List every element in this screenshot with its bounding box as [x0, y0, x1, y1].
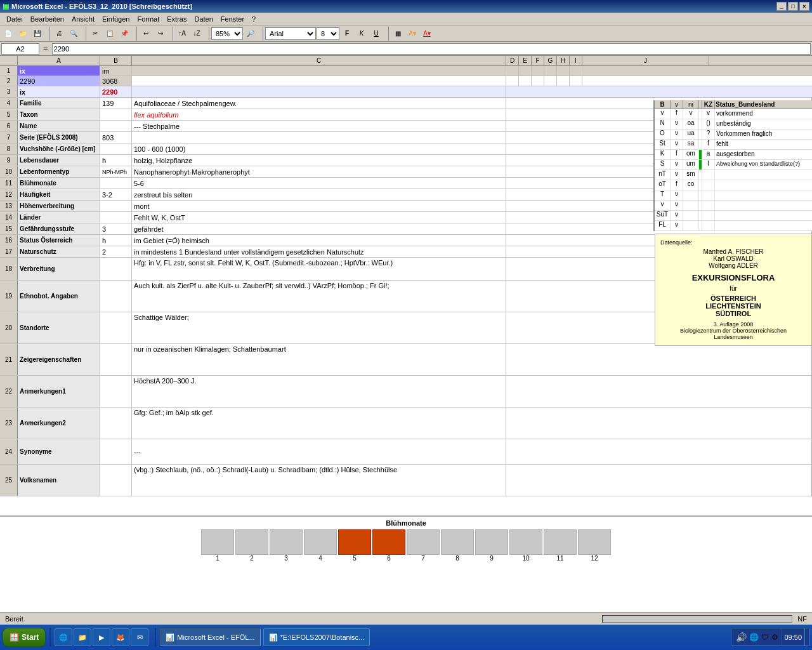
cell-lebenform-val[interactable]: Nanophanerophyt-Makrophanerophyt [132, 166, 506, 177]
cell-hohenverb-val[interactable]: mont [132, 201, 506, 211]
cell-verbreitung-val[interactable]: Hfg: in V, FL zstr, sonst slt. Fehlt W, … [132, 258, 506, 280]
cell-taxon-label[interactable]: Taxon [18, 109, 100, 120]
font-select[interactable]: Arial [265, 27, 316, 40]
cell-bluhmon-b[interactable] [100, 178, 132, 189]
zoom-btn[interactable]: 🔎 [244, 27, 258, 41]
cell-anm2-val[interactable]: Gfg: Gef.; im öAlp stk gef. [132, 408, 506, 439]
sg-r1-c1[interactable]: v [655, 109, 671, 119]
sg-r9-c2[interactable]: v [671, 190, 683, 200]
cell-reference[interactable] [1, 43, 39, 55]
im-label-cell[interactable]: im [100, 66, 132, 76]
cell-lebensdauer-label[interactable]: Lebensdauer [18, 155, 100, 166]
cell-verbreitung-label[interactable]: Verbreitung [18, 258, 100, 280]
sg-r11-c2[interactable]: v [671, 211, 683, 220]
cell-anm2-label[interactable]: Anmerkungen2 [18, 408, 100, 439]
menu-datei[interactable]: Datei [3, 14, 27, 24]
menu-fenster[interactable]: Fenster [217, 14, 248, 24]
cell-zeiger-label[interactable]: Zeigereigenschaften [18, 344, 100, 375]
row1-c[interactable] [132, 66, 506, 76]
sg-r1-c5[interactable]: v [702, 109, 715, 119]
formula-input[interactable] [52, 43, 811, 55]
italic-button[interactable]: K [355, 27, 369, 41]
sg-r4-c2[interactable]: v [671, 140, 683, 149]
sg-r4-c5[interactable]: f [702, 140, 715, 149]
col-header-i[interactable]: I [570, 56, 582, 65]
scrollbar-h[interactable] [602, 615, 792, 623]
sg-r7-c2[interactable]: v [671, 170, 683, 180]
cell-hauf-label[interactable]: Häufigkeit [18, 189, 100, 200]
fill-color-button[interactable]: A▾ [405, 27, 419, 41]
col-header-j[interactable]: J [582, 56, 709, 65]
cell-taxon-val[interactable]: Ilex aquifolium [132, 109, 506, 120]
menu-help[interactable]: ? [248, 14, 259, 24]
open-button[interactable]: 📁 [16, 27, 30, 41]
menu-daten[interactable]: Daten [190, 14, 216, 24]
cell-ethnobot-val[interactable]: Auch kult. als ZierPf u. alte Kult- u. Z… [132, 281, 506, 312]
ix-secondary-label[interactable]: ix [18, 86, 100, 97]
sg-r5-c2[interactable]: f [671, 150, 683, 159]
ix-label-cell[interactable]: ix [18, 66, 100, 76]
sg-r3-c5[interactable]: ? [702, 129, 715, 139]
maximize-button[interactable]: □ [788, 2, 798, 11]
col-header-b[interactable]: B [100, 56, 132, 65]
cell-synonyme-val[interactable]: --- [132, 439, 506, 464]
ql-folder[interactable]: 📁 [74, 628, 91, 646]
cell-status-ost-val[interactable]: im Gebiet (=Ö) heimisch [132, 235, 506, 246]
cell-volksnamen-label[interactable]: Volksnamen [18, 465, 100, 496]
cell-synonyme-label[interactable]: Synonyme [18, 439, 100, 464]
cell-volksnamen-val[interactable]: (vbg.:) Stechlaub, (nö., oö.:) Schradl(-… [132, 465, 506, 496]
cell-lebenform-b[interactable]: NPh-MPh [100, 166, 132, 177]
sg-r8-c2[interactable]: f [671, 180, 683, 190]
bold-button[interactable]: F [340, 27, 354, 41]
sg-r2-c5[interactable]: () [702, 119, 715, 129]
cell-naturschutz-label[interactable]: Naturschutz [18, 246, 100, 257]
col-header-g[interactable]: G [544, 56, 557, 65]
sg-r8-c3[interactable]: co [683, 180, 699, 190]
ql-firefox[interactable]: 🦊 [112, 628, 129, 646]
sg-r6-c3[interactable]: um [683, 160, 699, 169]
cell-vuchs-val[interactable]: 100 - 600 (1000) [132, 143, 506, 154]
menu-format[interactable]: Format [133, 14, 163, 24]
col-header-a[interactable]: A [18, 56, 100, 65]
ix-value-cell[interactable]: 2290 [18, 76, 100, 86]
preview-button[interactable]: 🔍 [67, 27, 81, 41]
paste-button[interactable]: 📌 [117, 27, 131, 41]
tray-icon-3[interactable]: 🛡 [761, 633, 769, 642]
undo-button[interactable]: ↩ [139, 27, 153, 41]
cell-standorte-label[interactable]: Standorte [18, 312, 100, 343]
cell-gefahr-label[interactable]: Gefährdungsstufe [18, 223, 100, 234]
im-value-cell[interactable]: 3068 [100, 76, 132, 86]
border-button[interactable]: ▦ [391, 27, 405, 41]
fontsize-select[interactable]: 8 10 12 [317, 27, 339, 40]
sg-r10-c1[interactable]: v [655, 201, 671, 210]
cell-seite-num[interactable]: 803 [100, 132, 132, 143]
cell-zeiger-val[interactable]: nur in ozeanischen Klimalagen; Schattenb… [132, 344, 506, 375]
sg-r9-c1[interactable]: T [655, 190, 671, 200]
cell-anm2-b[interactable] [100, 408, 132, 439]
cell-name-label[interactable]: Name [18, 121, 100, 131]
cell-vuchs-label[interactable]: Vuchshöhe (-Größe) [cm] [18, 143, 100, 154]
cell-bluhmon-val[interactable]: 5-6 [132, 178, 506, 189]
cell-gefahr-val[interactable]: gefährdet [132, 223, 506, 234]
cell-familie-label[interactable]: Familie [18, 98, 100, 109]
cell-volksnamen-b[interactable] [100, 465, 132, 496]
cell-lebensdauer-val[interactable]: holzig, Holzpflanze [132, 155, 506, 166]
sg-r11-c1[interactable]: SüT [655, 211, 671, 220]
cell-standorte-b[interactable] [100, 312, 132, 343]
minimize-button[interactable]: _ [776, 2, 787, 11]
taskbar-botanisch[interactable]: 📊 *E:\EFOLS2007\Botanisc... [263, 628, 370, 646]
cell-hohenverb-b[interactable] [100, 201, 132, 211]
sg-r6-c5[interactable]: I [702, 160, 715, 169]
sg-r3-c2[interactable]: v [671, 129, 683, 139]
row2-c[interactable] [132, 76, 506, 86]
cell-status-ost-b[interactable]: h [100, 235, 132, 246]
sort-desc-button[interactable]: ↓Z [190, 27, 204, 41]
ql-ie[interactable]: 🌐 [55, 628, 72, 646]
cell-seite-val[interactable] [132, 132, 506, 143]
cell-status-ost-label[interactable]: Status Österreich [18, 235, 100, 246]
taskbar-excel[interactable]: 📊 Microsoft Excel - EFÖL... [160, 628, 260, 646]
cell-lander-b[interactable] [100, 212, 132, 223]
cut-button[interactable]: ✂ [88, 27, 102, 41]
tray-icon-2[interactable]: 🌐 [749, 633, 759, 642]
sg-r7-c1[interactable]: nT [655, 170, 671, 180]
